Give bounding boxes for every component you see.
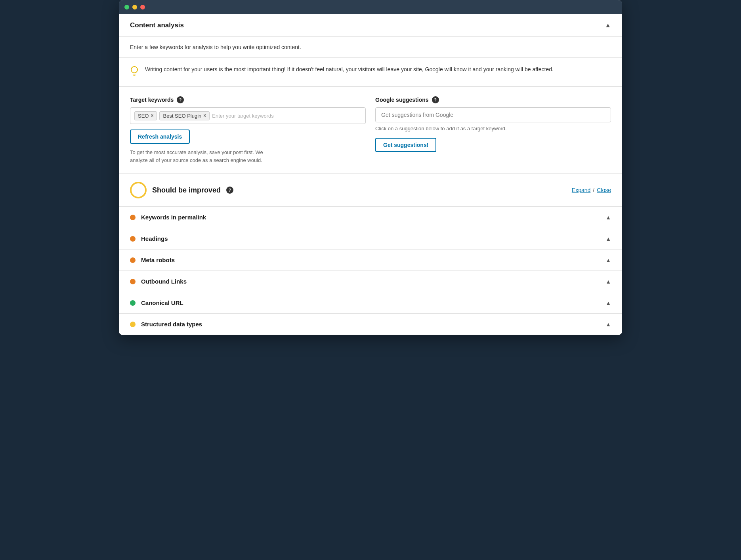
improvement-right: Expand / Close xyxy=(572,187,611,193)
dot-outbound-links xyxy=(130,279,136,284)
content-area: Content analysis ▲ Enter a few keywords … xyxy=(119,14,622,335)
google-suggestions-label: Google suggestions ? xyxy=(375,96,611,103)
title-bar xyxy=(119,0,622,14)
item-left: Structured data types xyxy=(130,321,202,328)
item-label-headings: Headings xyxy=(141,235,168,242)
tip-icon xyxy=(130,66,139,79)
chevron-structured-data: ▲ xyxy=(605,321,611,328)
table-row[interactable]: Keywords in permalink ▲ xyxy=(119,207,622,228)
info-bar: Enter a few keywords for analysis to hel… xyxy=(119,37,622,58)
keyword-remove-best-seo[interactable]: × xyxy=(203,113,206,118)
table-row[interactable]: Structured data types ▲ xyxy=(119,314,622,335)
item-label-keywords-permalink: Keywords in permalink xyxy=(141,214,206,221)
traffic-light-green[interactable] xyxy=(124,5,129,10)
item-label-outbound-links: Outbound Links xyxy=(141,278,187,285)
keyword-tag-seo: SEO × xyxy=(134,111,157,120)
target-keywords-label: Target keywords ? xyxy=(130,96,366,103)
chevron-outbound-links: ▲ xyxy=(605,278,611,285)
collapse-icon[interactable]: ▲ xyxy=(605,22,611,29)
chevron-keywords-permalink: ▲ xyxy=(605,214,611,221)
chevron-meta-robots: ▲ xyxy=(605,257,611,263)
tip-box: Writing content for your users is the mo… xyxy=(119,58,622,87)
item-label-meta-robots: Meta robots xyxy=(141,257,175,263)
table-row[interactable]: Canonical URL ▲ xyxy=(119,292,622,314)
section-title: Content analysis xyxy=(130,21,184,29)
table-row[interactable]: Outbound Links ▲ xyxy=(119,271,622,292)
close-link[interactable]: Close xyxy=(597,187,611,193)
main-window: Content analysis ▲ Enter a few keywords … xyxy=(119,0,622,335)
chevron-headings: ▲ xyxy=(605,236,611,242)
dot-structured-data xyxy=(130,322,136,327)
improvement-left: Should be improved ? xyxy=(130,182,233,198)
traffic-light-yellow[interactable] xyxy=(132,5,137,10)
dot-keywords-permalink xyxy=(130,215,136,220)
save-note: To get the most accurate analysis, save … xyxy=(130,149,265,164)
expand-link[interactable]: Expand xyxy=(572,187,590,193)
item-left: Keywords in permalink xyxy=(130,214,206,221)
table-row[interactable]: Meta robots ▲ xyxy=(119,250,622,271)
info-text: Enter a few keywords for analysis to hel… xyxy=(130,44,301,50)
item-left: Meta robots xyxy=(130,257,175,263)
left-col: Target keywords ? SEO × Best SEO Plugin … xyxy=(130,96,366,164)
item-label-structured-data: Structured data types xyxy=(141,321,202,328)
dot-meta-robots xyxy=(130,257,136,263)
google-suggestions-input[interactable] xyxy=(375,107,611,122)
improvement-header: Should be improved ? Expand / Close xyxy=(119,174,622,207)
get-suggestions-button[interactable]: Get suggestions! xyxy=(375,138,436,152)
google-suggestions-help-icon[interactable]: ? xyxy=(432,96,439,103)
keyword-input-wrapper[interactable]: SEO × Best SEO Plugin × Enter your targe… xyxy=(130,107,366,124)
tip-text: Writing content for your users is the mo… xyxy=(145,65,554,74)
svg-point-0 xyxy=(131,67,138,73)
slash-separator: / xyxy=(593,187,594,193)
dot-headings xyxy=(130,236,136,242)
improvement-title: Should be improved xyxy=(152,186,221,194)
traffic-light-red[interactable] xyxy=(140,5,145,10)
item-left: Headings xyxy=(130,235,168,242)
refresh-analysis-button[interactable]: Refresh analysis xyxy=(130,130,190,144)
table-row[interactable]: Headings ▲ xyxy=(119,228,622,250)
improvement-help-icon[interactable]: ? xyxy=(226,187,233,194)
keywords-section: Target keywords ? SEO × Best SEO Plugin … xyxy=(119,87,622,174)
item-left: Canonical URL xyxy=(130,299,183,306)
item-left: Outbound Links xyxy=(130,278,187,285)
keyword-tag-best-seo-plugin: Best SEO Plugin × xyxy=(159,111,210,120)
keyword-remove-seo[interactable]: × xyxy=(151,113,153,118)
dot-canonical-url xyxy=(130,300,136,306)
item-label-canonical-url: Canonical URL xyxy=(141,299,183,306)
keyword-placeholder: Enter your target keywords xyxy=(212,113,273,119)
right-col: Google suggestions ? Click on a suggesti… xyxy=(375,96,611,164)
items-list: Keywords in permalink ▲ Headings ▲ Meta … xyxy=(119,207,622,335)
suggestion-note: Click on a suggestion below to add it as… xyxy=(375,126,611,131)
improvement-circle-icon xyxy=(130,182,147,198)
chevron-canonical-url: ▲ xyxy=(605,300,611,306)
section-header: Content analysis ▲ xyxy=(119,14,622,37)
keywords-help-icon[interactable]: ? xyxy=(177,96,184,103)
